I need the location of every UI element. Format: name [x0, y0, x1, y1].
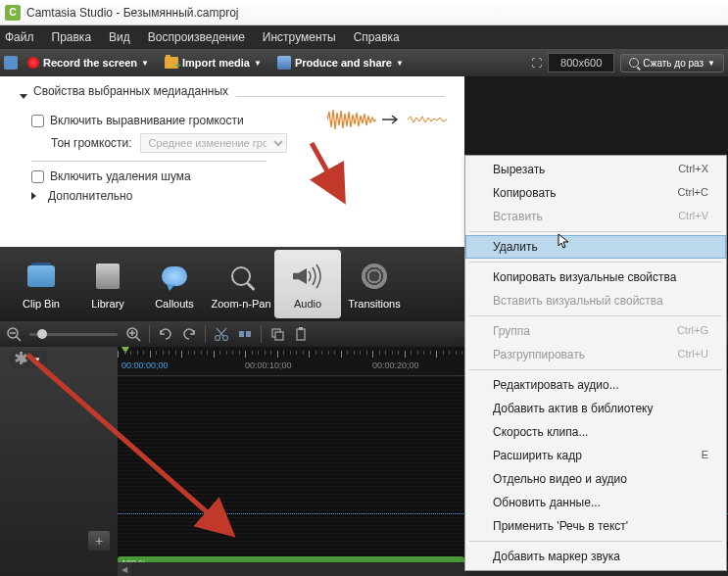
import-label: Import media — [182, 57, 250, 69]
menu-view[interactable]: Вид — [109, 30, 130, 44]
context-menu-label: Группа — [493, 324, 530, 338]
transitions-icon — [362, 264, 387, 289]
menu-playback[interactable]: Воспроизведение — [148, 30, 245, 44]
tool-label: Library — [91, 298, 124, 310]
volume-leveling-label: Включить выравнивание громкости — [50, 114, 244, 127]
context-menu-label: Редактировать аудио... — [493, 378, 619, 392]
menu-tools[interactable]: Инструменты — [263, 30, 336, 44]
shrink-button[interactable]: Сжать до раз ▼ — [620, 54, 724, 72]
expand-icon[interactable] — [31, 192, 36, 200]
folder-icon — [165, 57, 178, 69]
import-media-button[interactable]: Import media ▼ — [159, 55, 267, 71]
context-menu-item[interactable]: Копировать визуальные свойства — [465, 265, 726, 289]
context-menu-item[interactable]: Удалить — [465, 235, 726, 259]
save-icon[interactable] — [4, 56, 18, 70]
tone-label: Тон громкости: — [51, 136, 132, 150]
context-menu-shortcut: Ctrl+V — [678, 210, 708, 223]
context-menu-shortcut: Ctrl+C — [678, 186, 708, 200]
split-icon[interactable] — [237, 326, 253, 342]
zoom-icon — [231, 266, 251, 286]
svg-rect-16 — [299, 327, 303, 330]
context-menu-label: Применить 'Речь в текст' — [493, 519, 628, 533]
tool-transitions[interactable]: Transitions — [341, 250, 408, 318]
context-menu-label: Вставить визуальный свойства — [493, 294, 663, 308]
context-menu-item[interactable]: Применить 'Речь в текст' — [465, 514, 726, 538]
context-menu-item: ВставитьCtrl+V — [465, 205, 726, 228]
timeline-settings-button[interactable]: ▼ — [10, 351, 47, 368]
svg-rect-11 — [239, 331, 244, 337]
context-menu-separator — [469, 231, 722, 232]
tone-select[interactable]: Среднее изменение гро — [140, 133, 287, 153]
copy-icon[interactable] — [269, 326, 285, 342]
menubar: Файл Правка Вид Воспроизведение Инструме… — [0, 25, 728, 49]
context-menu-separator — [469, 315, 722, 316]
zoom-in-icon[interactable] — [125, 326, 141, 342]
noise-removal-checkbox[interactable]: Включить удаления шума — [31, 169, 445, 183]
chevron-down-icon: ▼ — [33, 356, 41, 364]
tool-audio[interactable]: Audio — [274, 250, 341, 318]
tool-label: Clip Bin — [23, 298, 60, 310]
context-menu-item: РазгруппироватьCtrl+U — [465, 343, 726, 366]
context-menu-item[interactable]: Расширить кадрE — [465, 444, 726, 467]
menu-edit[interactable]: Правка — [52, 30, 92, 44]
context-menu-label: Вставить — [493, 210, 543, 223]
context-menu-label: Скорость клипа... — [493, 425, 588, 439]
zoom-slider[interactable] — [29, 333, 118, 336]
gear-icon — [16, 353, 29, 366]
paste-icon[interactable] — [293, 326, 309, 342]
scroll-left-icon[interactable]: ◀ — [118, 562, 131, 576]
tool-label: Zoom-n-Pan — [211, 298, 270, 310]
tool-callouts[interactable]: Callouts — [141, 250, 208, 318]
record-screen-button[interactable]: Record the screen ▼ — [22, 55, 155, 71]
context-menu-item[interactable]: Добавить маркер звука — [465, 545, 726, 568]
produce-label: Produce and share — [295, 57, 392, 69]
menu-help[interactable]: Справка — [354, 30, 400, 44]
tool-label: Audio — [294, 298, 321, 310]
svg-rect-12 — [246, 331, 251, 337]
context-menu-label: Добавить маркер звука — [493, 550, 620, 563]
timecode: 00:00:20;00 — [372, 360, 419, 370]
collapse-icon[interactable] — [20, 94, 27, 99]
fullscreen-icon[interactable]: ⛶ — [531, 57, 542, 69]
context-menu-item[interactable]: Добавить актив в библиотеку — [465, 397, 726, 420]
tool-zoom[interactable]: Zoom-n-Pan — [208, 250, 274, 318]
context-menu-label: Копировать — [493, 186, 557, 200]
context-menu-item[interactable]: Обновить данные... — [465, 491, 726, 514]
properties-panel: Свойства выбранных медиаданных Включить … — [0, 76, 464, 321]
context-menu-label: Вырезать — [493, 163, 545, 176]
tool-label: Callouts — [155, 298, 194, 310]
svg-point-8 — [223, 336, 228, 341]
add-track-button[interactable]: + — [88, 531, 110, 551]
context-menu-label: Удалить — [493, 240, 538, 254]
redo-icon[interactable] — [181, 326, 197, 342]
context-menu-label: Отдельно видео и аудио — [493, 472, 627, 486]
divider — [31, 161, 267, 162]
dimensions-display[interactable]: 800x600 — [548, 53, 614, 72]
tool-library[interactable]: Library — [74, 250, 141, 318]
cut-icon[interactable] — [214, 326, 229, 342]
context-menu: ВырезатьCtrl+XКопироватьCtrl+CВставитьCt… — [464, 155, 727, 571]
produce-share-button[interactable]: Produce and share ▼ — [271, 54, 410, 72]
svg-line-4 — [135, 336, 140, 341]
context-menu-label: Разгруппировать — [493, 348, 585, 361]
context-menu-label: Копировать визуальные свойства — [493, 270, 676, 284]
zoom-out-icon[interactable] — [6, 326, 22, 342]
context-menu-item[interactable]: ВырезатьCtrl+X — [465, 158, 726, 181]
clipbin-icon — [27, 265, 55, 287]
context-menu-shortcut: Ctrl+G — [677, 324, 708, 338]
undo-icon[interactable] — [158, 326, 173, 342]
context-menu-item[interactable]: Редактировать аудио... — [465, 373, 726, 397]
chevron-down-icon: ▼ — [254, 59, 262, 68]
menu-file[interactable]: Файл — [5, 30, 34, 44]
speaker-icon — [293, 262, 322, 291]
checkbox-input[interactable] — [31, 115, 44, 127]
context-menu-item[interactable]: Отдельно видео и аудио — [465, 467, 726, 491]
checkbox-input[interactable] — [31, 170, 44, 183]
track-label[interactable]: Дорожка 1 — [0, 556, 118, 576]
callouts-icon — [162, 266, 187, 286]
context-menu-item[interactable]: КопироватьCtrl+C — [465, 181, 726, 205]
waveform-decoration — [327, 108, 447, 131]
context-menu-label: Расширить кадр — [493, 449, 582, 462]
context-menu-item[interactable]: Скорость клипа... — [465, 420, 726, 444]
tool-clipbin[interactable]: Clip Bin — [8, 250, 74, 318]
